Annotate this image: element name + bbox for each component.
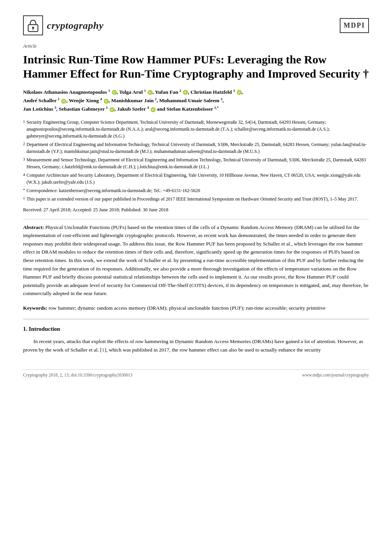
affiliation-dagger: † This paper is an extended version of o… — [23, 196, 369, 202]
aff-text-3: Measurement and Sensor Technology, Depar… — [27, 156, 369, 170]
author-5: André Schaller 1 D, — [23, 98, 68, 103]
keywords-text: row hammer; dynamic random access memory… — [48, 305, 326, 311]
aff-num-dagger: † — [23, 196, 25, 202]
abstract-text: Physical Unclonable Functions (PUFs) bas… — [23, 224, 369, 297]
paper-title: Intrinsic Run-Time Row Hammer PUFs: Leve… — [23, 52, 369, 81]
affiliations-block: 1 Security Engineering Group, Computer S… — [23, 119, 369, 202]
divider-1 — [23, 219, 369, 219]
orcid-icon-8: D — [151, 107, 156, 112]
author-2: Tolga Arul 1 D, — [119, 89, 154, 95]
orcid-icon-1: D — [112, 90, 117, 95]
author-1: Nikolaos Athanasios Anagnostopoulos 1 D, — [23, 89, 118, 95]
affiliation-star: * Correspondence: katzenbeisser@seceng.i… — [23, 187, 369, 194]
author-7: Manishkumar Jain 2, — [111, 98, 158, 103]
affiliation-4: 4 Computer Architecture and Security Lab… — [23, 172, 369, 186]
aff-text-star: Correspondence: katzenbeisser@seceng.inf… — [27, 187, 200, 194]
orcid-icon-5: D — [61, 99, 66, 104]
intro-paragraph: In recent years, attacks that exploit th… — [23, 338, 363, 353]
intro-text: In recent years, attacks that exploit th… — [23, 337, 369, 354]
aff-num-1: 1 — [23, 119, 25, 139]
aff-num-2: 2 — [23, 141, 25, 155]
journal-title: cryptography — [47, 18, 104, 33]
mdpi-logo: MDPI — [340, 18, 369, 33]
author-11: Jakub Szefer 4 D — [117, 106, 155, 112]
author-12: and Stefan Katzenbeisser 1,* — [157, 106, 219, 112]
abstract-label: Abstract: — [23, 224, 44, 230]
keywords-label: Keywords: — [23, 305, 47, 311]
affiliation-1: 1 Security Engineering Group, Computer S… — [23, 119, 369, 139]
author-3: Yufan Fan 2 D, — [155, 89, 189, 95]
aff-text-1: Security Engineering Group, Computer Sci… — [27, 119, 369, 139]
affiliation-2: 2 Department of Electrical Engineering a… — [23, 141, 369, 155]
aff-num-3: 3 — [23, 156, 25, 170]
authors-block: Nikolaos Athanasios Anagnostopoulos 1 D,… — [23, 88, 369, 113]
author-10: Sebastian Gabmeyer 1 D, — [59, 106, 116, 112]
aff-text-4: Computer Architecture and Security Labor… — [27, 172, 369, 186]
aff-text-dagger: This paper is an extended version of our… — [27, 196, 358, 202]
section-divider — [23, 319, 369, 319]
author-8: Muhammad Umair Saleem 2, — [159, 98, 224, 103]
article-type: Article — [23, 42, 369, 50]
orcid-icon-7: D — [110, 107, 115, 112]
author-6: Wenjie Xiong 4 D, — [69, 98, 110, 103]
aff-text-2: Department of Electrical Engineering and… — [27, 141, 369, 155]
author-4: Christian Hatzfeld 3 D, — [191, 89, 243, 95]
orcid-icon-2: D — [148, 90, 153, 95]
svg-point-1 — [32, 27, 34, 29]
affiliation-3: 3 Measurement and Sensor Technology, Dep… — [23, 156, 369, 170]
aff-num-star: * — [23, 187, 25, 194]
affiliations-list: 1 Security Engineering Group, Computer S… — [23, 119, 369, 202]
orcid-icon-6: D — [104, 99, 109, 104]
footer-url: www.mdpi.com/journal/cryptography — [302, 372, 369, 378]
page-footer: Cryptography 2018, 2, 13; doi:10.3390/cr… — [23, 369, 369, 378]
page-header: cryptography MDPI — [23, 15, 369, 35]
abstract-section: Abstract: Physical Unclonable Functions … — [23, 223, 369, 298]
journal-logo — [23, 15, 43, 35]
ref-1-link[interactable]: 1 — [102, 347, 105, 353]
orcid-icon-3: D — [183, 90, 188, 95]
header-left: cryptography — [23, 15, 104, 35]
orcid-icon-4: D — [237, 90, 242, 95]
footer-citation: Cryptography 2018, 2, 13; doi:10.3390/cr… — [23, 372, 133, 378]
lock-icon — [26, 18, 40, 32]
aff-num-4: 4 — [23, 172, 25, 186]
intro-heading: 1. Introduction — [23, 325, 369, 333]
keywords-section: Keywords: row hammer; dynamic random acc… — [23, 304, 369, 312]
author-9: Jan Lotichius 3, — [23, 106, 58, 112]
received-line: Received: 27 April 2018; Accepted: 25 Ju… — [23, 206, 369, 214]
